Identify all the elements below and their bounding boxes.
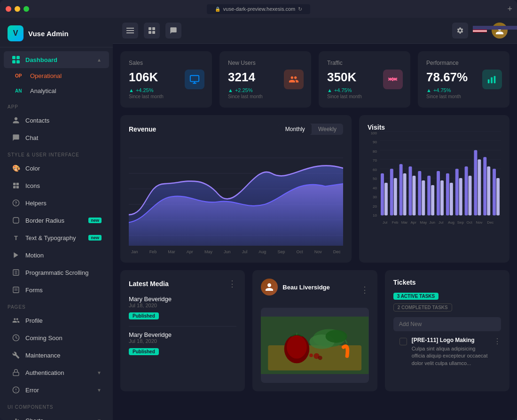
sidebar-item-programmatic-scrolling[interactable]: Programmatic Scrolling xyxy=(4,264,109,281)
app-section-label: App xyxy=(0,99,113,111)
sidebar-item-typography[interactable]: T Text & Typography new xyxy=(4,229,109,246)
maximize-button[interactable] xyxy=(24,6,29,12)
brand-logo: V xyxy=(8,25,24,41)
sidebar-item-chat[interactable]: Chat xyxy=(4,129,109,146)
sidebar-item-helpers[interactable]: ? Helpers xyxy=(4,194,109,211)
forms-icon xyxy=(11,285,21,295)
title-bar: 🔒 vuse-dark-preview.hexesis.com ↻ + xyxy=(0,0,517,18)
ticket-checkbox[interactable] xyxy=(400,338,407,345)
svg-point-107 xyxy=(310,354,313,358)
sidebar-item-error[interactable]: Error ▼ xyxy=(4,381,109,398)
ticket-menu-button[interactable]: ⋮ xyxy=(494,337,501,346)
weekly-tab[interactable]: Weekly xyxy=(312,124,343,135)
sidebar-item-motion[interactable]: Motion xyxy=(4,247,109,264)
tickets-card-header: Tickets xyxy=(393,279,501,286)
sidebar-item-contacts[interactable]: Contacts xyxy=(4,112,109,129)
sidebar-item-analytical[interactable]: AN Analytical xyxy=(4,84,109,98)
performance-since: Since last month xyxy=(426,94,501,99)
sidebar-item-maintenance[interactable]: Maintenance xyxy=(4,347,109,364)
svg-rect-71 xyxy=(437,171,440,215)
sales-since: Since last month xyxy=(129,94,204,99)
bottom-row: Latest Media ⋮ Mary Beveridge Jul 18, 20… xyxy=(113,270,517,399)
user-avatar[interactable] xyxy=(492,23,508,39)
svg-rect-36 xyxy=(152,27,155,30)
post-author-info: Beau Liversidge xyxy=(261,279,329,296)
visits-chart-svg: Jul Feb Mar Apr May Jun Jul Aug Sep Oct … xyxy=(380,131,501,225)
svg-point-106 xyxy=(318,356,322,360)
sidebar-item-coming-soon[interactable]: Coming Soon xyxy=(4,329,109,346)
svg-rect-6 xyxy=(13,186,16,188)
ticket-content: [PRE-111] Logo Making Culpa sint aliqua … xyxy=(412,337,489,367)
error-label: Error xyxy=(25,387,92,394)
menu-toggle-button[interactable] xyxy=(122,23,138,39)
card-view-button[interactable] xyxy=(144,23,160,39)
traffic-change-value: +4.75% xyxy=(334,87,352,93)
sales-icon xyxy=(185,70,204,89)
refresh-icon[interactable]: ↻ xyxy=(298,6,302,12)
tickets-title: Tickets xyxy=(393,279,416,286)
border-radius-icon xyxy=(11,216,21,225)
minimize-button[interactable] xyxy=(15,6,20,12)
post-menu-button[interactable]: ⋮ xyxy=(360,285,369,295)
chat-header-button[interactable] xyxy=(165,23,181,39)
stats-grid: Sales 106K ▲ +4.25% Since last month New… xyxy=(113,44,517,115)
media-item-2-date: Jul 18, 2020 xyxy=(129,338,236,344)
chat-label: Chat xyxy=(25,134,102,141)
url-bar[interactable]: 🔒 vuse-dark-preview.hexesis.com ↻ xyxy=(207,4,310,14)
x-label-jul: Jul xyxy=(242,249,248,254)
sidebar-item-icons[interactable]: Icons xyxy=(4,177,109,194)
media-menu-button[interactable]: ⋮ xyxy=(228,279,236,289)
svg-rect-0 xyxy=(12,56,16,59)
x-label-jun: Jun xyxy=(224,249,231,254)
sidebar-item-color[interactable]: 🎨 Color xyxy=(4,160,109,177)
x-label-jan: Jan xyxy=(131,249,138,254)
new-tab-button[interactable]: + xyxy=(507,4,512,14)
programmatic-scrolling-icon xyxy=(11,268,21,277)
sidebar-item-profile[interactable]: Profile xyxy=(4,312,109,329)
sidebar-item-charts[interactable]: Charts ▼ xyxy=(4,412,109,420)
helpers-label: Helpers xyxy=(25,200,102,207)
svg-rect-74 xyxy=(450,183,453,215)
svg-text:Mar: Mar xyxy=(401,220,408,225)
svg-rect-68 xyxy=(422,180,425,215)
svg-text:Jul: Jul xyxy=(439,220,443,225)
revenue-chart-card: Revenue Monthly Weekly xyxy=(120,115,352,263)
settings-button[interactable] xyxy=(452,23,468,39)
svg-point-100 xyxy=(287,335,307,358)
sidebar-item-border-radius[interactable]: Border Radius new xyxy=(4,212,109,229)
color-label: Color xyxy=(25,165,102,172)
op-prefix: OP xyxy=(15,73,25,78)
svg-rect-69 xyxy=(427,176,431,215)
sidebar-item-forms[interactable]: Forms xyxy=(4,281,109,298)
helpers-icon: ? xyxy=(11,198,21,208)
authentication-chevron-icon: ▼ xyxy=(97,370,102,375)
x-label-dec: Dec xyxy=(333,249,341,254)
svg-rect-59 xyxy=(381,173,384,215)
media-title: Latest Media xyxy=(129,280,169,288)
new-users-change-value: +2.25% xyxy=(235,87,253,93)
sidebar-item-operational[interactable]: OP Operational xyxy=(4,69,109,83)
svg-text:Nov: Nov xyxy=(476,220,482,225)
active-tasks-badge: 3 ACTIVE TASKS xyxy=(393,293,439,300)
post-card-header: Beau Liversidge ⋮ xyxy=(261,279,368,301)
programmatic-scrolling-label: Programmatic Scrolling xyxy=(25,269,102,276)
svg-rect-67 xyxy=(418,171,421,215)
lock-icon: 🔒 xyxy=(215,7,220,12)
svg-rect-75 xyxy=(455,169,459,215)
monthly-tab[interactable]: Monthly xyxy=(279,124,312,135)
authentication-label: Authentication xyxy=(25,369,92,376)
visits-y-labels: 100908070605040302010 xyxy=(368,131,377,225)
add-new-ticket-input[interactable] xyxy=(393,317,501,331)
language-flag[interactable] xyxy=(473,26,487,35)
x-label-mar: Mar xyxy=(168,249,175,254)
visits-chart-header: Visits xyxy=(368,124,501,131)
sidebar-item-dashboard[interactable]: Dashboard ▲ xyxy=(4,51,109,68)
motion-label: Motion xyxy=(25,252,102,259)
svg-rect-10 xyxy=(13,218,19,223)
close-button[interactable] xyxy=(6,6,11,12)
url-text: vuse-dark-preview.hexesis.com xyxy=(223,6,295,12)
charts-row: Revenue Monthly Weekly xyxy=(113,115,517,270)
visits-chart-card: Visits 100908070605040302010 xyxy=(359,115,509,263)
ticket-badges: 3 ACTIVE TASKS 2 COMPLETED TASKS xyxy=(393,293,501,311)
sidebar-item-authentication[interactable]: Authentication ▼ xyxy=(4,364,109,381)
